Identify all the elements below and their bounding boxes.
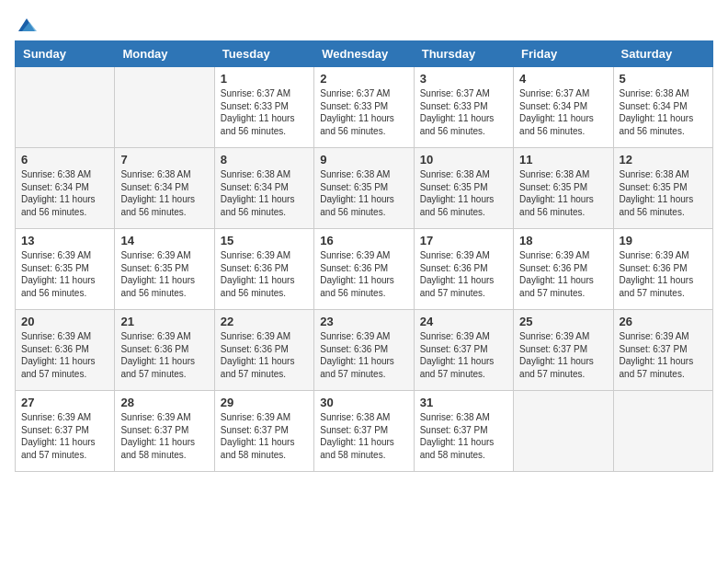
weekday-header: Friday <box>514 41 613 67</box>
day-number: 31 <box>420 396 507 409</box>
day-number: 14 <box>120 234 208 247</box>
day-number: 28 <box>120 396 208 409</box>
calendar-cell: 21Sunrise: 6:39 AMSunset: 6:36 PMDayligh… <box>115 310 214 391</box>
weekday-header-row: SundayMondayTuesdayWednesdayThursdayFrid… <box>16 41 713 67</box>
calendar-cell: 7Sunrise: 6:38 AMSunset: 6:34 PMDaylight… <box>115 148 214 229</box>
calendar-cell: 6Sunrise: 6:38 AMSunset: 6:34 PMDaylight… <box>16 148 115 229</box>
day-info: Sunrise: 6:39 AMSunset: 6:36 PMDaylight:… <box>420 249 507 299</box>
day-info: Sunrise: 6:38 AMSunset: 6:37 PMDaylight:… <box>320 411 407 461</box>
calendar-cell: 2Sunrise: 6:37 AMSunset: 6:33 PMDaylight… <box>314 67 414 148</box>
day-info: Sunrise: 6:39 AMSunset: 6:36 PMDaylight:… <box>120 330 208 380</box>
day-info: Sunrise: 6:39 AMSunset: 6:37 PMDaylight:… <box>120 411 208 461</box>
day-number: 27 <box>21 396 108 409</box>
calendar-cell: 20Sunrise: 6:39 AMSunset: 6:36 PMDayligh… <box>16 310 115 391</box>
day-number: 6 <box>21 153 108 167</box>
day-info: Sunrise: 6:38 AMSunset: 6:35 PMDaylight:… <box>420 168 507 218</box>
day-info: Sunrise: 6:39 AMSunset: 6:35 PMDaylight:… <box>120 249 208 299</box>
day-number: 2 <box>320 72 407 86</box>
calendar-cell: 31Sunrise: 6:38 AMSunset: 6:37 PMDayligh… <box>414 391 513 472</box>
day-info: Sunrise: 6:39 AMSunset: 6:37 PMDaylight:… <box>620 330 707 380</box>
calendar-cell: 14Sunrise: 6:39 AMSunset: 6:35 PMDayligh… <box>115 229 214 310</box>
calendar-cell: 4Sunrise: 6:37 AMSunset: 6:34 PMDaylight… <box>514 67 613 148</box>
day-number: 3 <box>420 72 507 86</box>
weekday-header: Sunday <box>16 41 115 67</box>
day-number: 1 <box>221 72 308 86</box>
day-info: Sunrise: 6:39 AMSunset: 6:36 PMDaylight:… <box>519 249 607 299</box>
calendar-cell: 25Sunrise: 6:39 AMSunset: 6:37 PMDayligh… <box>514 310 613 391</box>
day-info: Sunrise: 6:37 AMSunset: 6:34 PMDaylight:… <box>519 87 607 137</box>
day-info: Sunrise: 6:39 AMSunset: 6:36 PMDaylight:… <box>320 249 407 299</box>
calendar-cell: 22Sunrise: 6:39 AMSunset: 6:36 PMDayligh… <box>214 310 313 391</box>
day-number: 7 <box>120 153 208 167</box>
calendar-cell: 16Sunrise: 6:39 AMSunset: 6:36 PMDayligh… <box>314 229 414 310</box>
day-info: Sunrise: 6:38 AMSunset: 6:34 PMDaylight:… <box>620 87 707 137</box>
calendar-cell: 8Sunrise: 6:38 AMSunset: 6:34 PMDaylight… <box>214 148 313 229</box>
day-info: Sunrise: 6:39 AMSunset: 6:37 PMDaylight:… <box>519 330 607 380</box>
day-number: 16 <box>320 234 407 247</box>
calendar-cell: 27Sunrise: 6:39 AMSunset: 6:37 PMDayligh… <box>16 391 115 472</box>
day-info: Sunrise: 6:37 AMSunset: 6:33 PMDaylight:… <box>320 87 407 137</box>
calendar-cell: 5Sunrise: 6:38 AMSunset: 6:34 PMDaylight… <box>613 67 712 148</box>
day-info: Sunrise: 6:39 AMSunset: 6:37 PMDaylight:… <box>221 411 308 461</box>
calendar-week-row: 13Sunrise: 6:39 AMSunset: 6:35 PMDayligh… <box>16 229 713 310</box>
day-number: 10 <box>420 153 507 167</box>
calendar-week-row: 27Sunrise: 6:39 AMSunset: 6:37 PMDayligh… <box>16 391 713 472</box>
calendar-cell: 19Sunrise: 6:39 AMSunset: 6:36 PMDayligh… <box>613 229 712 310</box>
day-number: 4 <box>519 72 607 86</box>
weekday-header: Thursday <box>414 41 513 67</box>
day-info: Sunrise: 6:38 AMSunset: 6:34 PMDaylight:… <box>221 168 308 218</box>
day-number: 30 <box>320 396 407 409</box>
day-number: 24 <box>420 315 507 328</box>
day-info: Sunrise: 6:39 AMSunset: 6:36 PMDaylight:… <box>221 330 308 380</box>
day-info: Sunrise: 6:38 AMSunset: 6:35 PMDaylight:… <box>620 168 707 218</box>
day-number: 8 <box>221 153 308 167</box>
calendar-cell: 30Sunrise: 6:38 AMSunset: 6:37 PMDayligh… <box>314 391 414 472</box>
day-number: 26 <box>620 315 707 328</box>
weekday-header: Tuesday <box>214 41 313 67</box>
calendar-cell: 12Sunrise: 6:38 AMSunset: 6:35 PMDayligh… <box>613 148 712 229</box>
day-info: Sunrise: 6:39 AMSunset: 6:36 PMDaylight:… <box>21 330 108 380</box>
day-info: Sunrise: 6:39 AMSunset: 6:35 PMDaylight:… <box>21 249 108 299</box>
day-number: 22 <box>221 315 308 328</box>
day-number: 18 <box>519 234 607 247</box>
day-number: 15 <box>221 234 308 247</box>
day-number: 29 <box>221 396 308 409</box>
day-info: Sunrise: 6:39 AMSunset: 6:36 PMDaylight:… <box>320 330 407 380</box>
day-number: 5 <box>620 72 707 86</box>
day-number: 19 <box>620 234 707 247</box>
calendar-cell: 15Sunrise: 6:39 AMSunset: 6:36 PMDayligh… <box>214 229 313 310</box>
day-number: 12 <box>620 153 707 167</box>
calendar-cell <box>115 67 214 148</box>
calendar-week-row: 6Sunrise: 6:38 AMSunset: 6:34 PMDaylight… <box>16 148 713 229</box>
day-info: Sunrise: 6:39 AMSunset: 6:37 PMDaylight:… <box>420 330 507 380</box>
page-header <box>15 15 713 31</box>
calendar-cell: 18Sunrise: 6:39 AMSunset: 6:36 PMDayligh… <box>514 229 613 310</box>
day-number: 25 <box>519 315 607 328</box>
day-number: 20 <box>21 315 108 328</box>
logo-icon <box>17 15 37 35</box>
calendar-cell: 29Sunrise: 6:39 AMSunset: 6:37 PMDayligh… <box>214 391 313 472</box>
calendar-cell: 11Sunrise: 6:38 AMSunset: 6:35 PMDayligh… <box>514 148 613 229</box>
day-number: 21 <box>120 315 208 328</box>
day-info: Sunrise: 6:37 AMSunset: 6:33 PMDaylight:… <box>221 87 308 137</box>
day-info: Sunrise: 6:39 AMSunset: 6:36 PMDaylight:… <box>221 249 308 299</box>
day-number: 9 <box>320 153 407 167</box>
day-number: 23 <box>320 315 407 328</box>
day-info: Sunrise: 6:37 AMSunset: 6:33 PMDaylight:… <box>420 87 507 137</box>
day-info: Sunrise: 6:38 AMSunset: 6:35 PMDaylight:… <box>519 168 607 218</box>
calendar-cell <box>613 391 712 472</box>
calendar-cell: 26Sunrise: 6:39 AMSunset: 6:37 PMDayligh… <box>613 310 712 391</box>
day-number: 11 <box>519 153 607 167</box>
weekday-header: Saturday <box>613 41 712 67</box>
weekday-header: Wednesday <box>314 41 414 67</box>
calendar-table: SundayMondayTuesdayWednesdayThursdayFrid… <box>15 40 713 472</box>
day-info: Sunrise: 6:39 AMSunset: 6:36 PMDaylight:… <box>620 249 707 299</box>
logo <box>15 15 37 31</box>
calendar-cell: 17Sunrise: 6:39 AMSunset: 6:36 PMDayligh… <box>414 229 513 310</box>
day-info: Sunrise: 6:38 AMSunset: 6:34 PMDaylight:… <box>21 168 108 218</box>
calendar-week-row: 20Sunrise: 6:39 AMSunset: 6:36 PMDayligh… <box>16 310 713 391</box>
calendar-week-row: 1Sunrise: 6:37 AMSunset: 6:33 PMDaylight… <box>16 67 713 148</box>
calendar-cell <box>514 391 613 472</box>
calendar-cell: 23Sunrise: 6:39 AMSunset: 6:36 PMDayligh… <box>314 310 414 391</box>
day-number: 13 <box>21 234 108 247</box>
